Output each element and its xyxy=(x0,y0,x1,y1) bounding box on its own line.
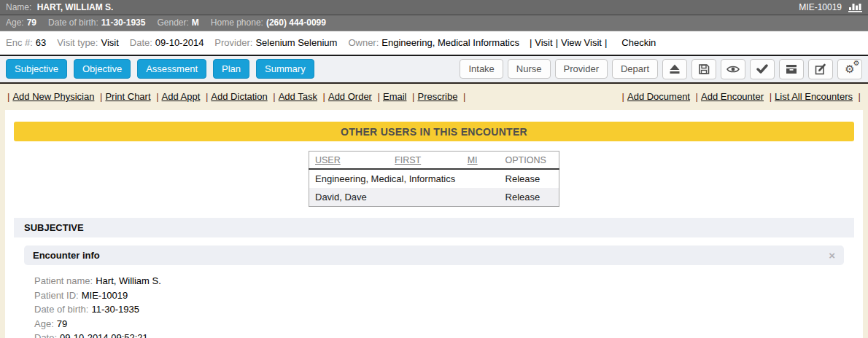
home-phone-value: (260) 444-0099 xyxy=(266,17,326,28)
close-icon[interactable]: × xyxy=(829,250,835,261)
edit-button[interactable] xyxy=(808,59,833,79)
demographics-bar: Age:79 Date of birth:11-30-1935 Gender:M… xyxy=(0,15,868,31)
patient-name-value: HART, WILLIAM S. xyxy=(37,2,114,12)
pipe: | xyxy=(378,91,380,102)
enc-date-value: 09-10-2014 xyxy=(155,37,204,48)
webchart-page: Name: HART, WILLIAM S. MIE-10019 Age:79 … xyxy=(0,0,868,338)
eject-button[interactable] xyxy=(662,59,687,79)
link-add-encounter[interactable]: Add Encounter xyxy=(701,91,764,102)
nurse-button[interactable]: Nurse xyxy=(508,59,551,79)
pipe: | xyxy=(156,91,158,102)
pipe: | xyxy=(770,91,772,102)
pipe: | xyxy=(7,91,9,102)
link-print-chart[interactable]: Print Chart xyxy=(105,91,150,102)
visit-link[interactable]: Visit xyxy=(535,37,552,48)
pipe: | xyxy=(696,91,698,102)
pipe: | xyxy=(622,91,624,102)
field-value: 79 xyxy=(57,318,67,329)
user-name-cell: Engineering, Medical, Informatics xyxy=(309,169,500,188)
dob-line: Date of birth:11-30-1935 xyxy=(34,302,863,317)
users-table-wrap: USER FIRST MI OPTIONS Engineering, Medic… xyxy=(5,151,863,207)
enc-number-value: 63 xyxy=(36,37,46,48)
visit-type-value: Visit xyxy=(101,37,118,48)
visit-type-label: Visit type: xyxy=(57,37,98,48)
provider-value: Selenium Selenium xyxy=(255,37,337,48)
content-panel: OTHER USERS IN THIS ENCOUNTER USER FIRST… xyxy=(5,110,863,338)
patient-title-bar: Name: HART, WILLIAM S. MIE-10019 xyxy=(0,0,868,15)
link-add-appt[interactable]: Add Appt xyxy=(162,91,201,102)
archive-icon xyxy=(786,64,797,74)
pipe: | xyxy=(412,91,414,102)
owner-label: Owner: xyxy=(348,37,379,48)
enc-date-label: Date: xyxy=(130,37,152,48)
pipe: | xyxy=(605,37,607,48)
view-visit-link[interactable]: View Visit xyxy=(561,37,602,48)
release-action[interactable]: Release xyxy=(500,169,559,188)
tab-summary[interactable]: Summary xyxy=(256,59,314,79)
sort-mi-header[interactable]: MI xyxy=(468,155,478,165)
pipe: | xyxy=(206,91,208,102)
release-action[interactable]: Release xyxy=(500,188,559,207)
check-icon xyxy=(756,64,768,74)
field-label: Date: xyxy=(34,332,57,338)
link-add-document[interactable]: Add Document xyxy=(627,91,690,102)
pipe: | xyxy=(323,91,325,102)
tab-assessment[interactable]: Assessment xyxy=(137,59,206,79)
other-users-banner: OTHER USERS IN THIS ENCOUNTER xyxy=(14,122,854,141)
patient-name: Name: HART, WILLIAM S. xyxy=(6,2,113,12)
link-add-task[interactable]: Add Task xyxy=(279,91,317,102)
pipe: | xyxy=(463,91,465,102)
depart-button[interactable]: Depart xyxy=(612,59,658,79)
table-row: David, Dave Release xyxy=(309,188,559,207)
dob-label: Date of birth: xyxy=(48,17,98,28)
home-phone-label: Home phone: xyxy=(211,17,263,28)
visit-links: |Visit|View Visit| xyxy=(527,37,610,48)
link-prescribe[interactable]: Prescribe xyxy=(418,91,458,102)
pipe: | xyxy=(556,37,558,48)
provider-label: Provider: xyxy=(214,37,252,48)
patient-name-line: Patient name:Hart, William S. xyxy=(34,274,863,288)
tab-plan[interactable]: Plan xyxy=(213,59,249,79)
field-value: Hart, William S. xyxy=(96,275,161,286)
link-email[interactable]: Email xyxy=(383,91,407,102)
intake-button[interactable]: Intake xyxy=(460,59,503,79)
link-add-order[interactable]: Add Order xyxy=(328,91,372,102)
tab-subjective[interactable]: Subjective xyxy=(6,59,67,79)
view-button[interactable] xyxy=(721,59,745,79)
dob-value: 11-30-1935 xyxy=(101,17,146,28)
subjective-section-header: SUBJECTIVE xyxy=(14,218,854,237)
soap-tabs: Subjective Objective Assessment Plan Sum… xyxy=(6,59,314,79)
field-label: Date of birth: xyxy=(34,304,88,315)
enc-number-label: Enc #: xyxy=(6,37,33,48)
patient-name-label: Name: xyxy=(6,2,31,12)
provider-button[interactable]: Provider xyxy=(555,59,608,79)
archive-button[interactable] xyxy=(779,59,804,79)
field-label: Patient name: xyxy=(34,275,93,286)
field-label: Age: xyxy=(34,318,54,329)
age-line: Age:79 xyxy=(34,317,863,331)
tab-objective[interactable]: Objective xyxy=(74,59,131,79)
users-table: USER FIRST MI OPTIONS Engineering, Medic… xyxy=(309,151,559,207)
options-header: OPTIONS xyxy=(500,152,559,170)
stage-buttons: Intake Nurse Provider Depart xyxy=(460,59,862,79)
field-value: MIE-10019 xyxy=(82,290,128,301)
field-value: 09-10-2014 09:52:21 xyxy=(60,332,148,338)
link-add-dictation[interactable]: Add Dictation xyxy=(211,91,267,102)
chart-icon[interactable] xyxy=(848,2,862,12)
date-line: Date:09-10-2014 09:52:21 xyxy=(34,331,863,338)
settings-button[interactable]: ⚙⚙ xyxy=(837,59,862,79)
checkin-status[interactable]: Checkin xyxy=(621,37,656,48)
toolbar: Subjective Objective Assessment Plan Sum… xyxy=(0,56,868,84)
sort-first-header[interactable]: FIRST xyxy=(395,155,421,165)
gears-icon: ⚙⚙ xyxy=(845,63,854,74)
field-value: 11-30-1935 xyxy=(91,304,139,315)
sort-user-header[interactable]: USER xyxy=(315,155,341,165)
save-button[interactable] xyxy=(691,59,716,79)
age-value: 79 xyxy=(27,17,36,28)
pipe: | xyxy=(859,91,861,102)
users-table-header: USER FIRST MI OPTIONS xyxy=(309,152,559,170)
sign-button[interactable] xyxy=(750,59,775,79)
link-add-new-physician[interactable]: Add New Physician xyxy=(12,91,94,102)
link-list-all-encounters[interactable]: List All Encounters xyxy=(775,91,853,102)
pipe: | xyxy=(273,91,275,102)
